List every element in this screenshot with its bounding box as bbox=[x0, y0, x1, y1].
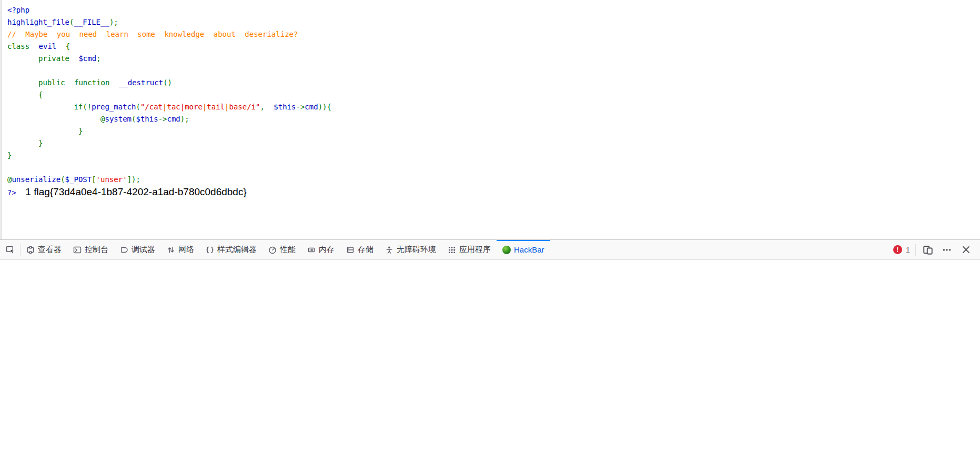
toolbar-divider bbox=[915, 244, 916, 256]
more-options-icon[interactable] bbox=[940, 243, 954, 257]
devtools-tab-内存[interactable]: 内存 bbox=[301, 240, 340, 259]
toolbar-spacer bbox=[550, 240, 893, 259]
close-icon[interactable] bbox=[959, 243, 973, 257]
code-segment: { bbox=[38, 90, 43, 99]
code-segment: () bbox=[163, 78, 172, 87]
devtools-tabs: 查看器控制台调试器网络样式编辑器性能内存存储无障碍环境应用程序HackBar bbox=[21, 240, 550, 259]
node-picker-icon[interactable] bbox=[0, 240, 20, 259]
hackbar-icon bbox=[502, 246, 511, 254]
code-segment: 1 flag{73d4a0e4-1b87-4202-a1ad-b780c0d6d… bbox=[25, 186, 247, 197]
code-segment: { bbox=[66, 42, 70, 51]
code-line: class evil { bbox=[7, 41, 331, 53]
code-segment: public function bbox=[38, 78, 119, 87]
code-segment: if(! bbox=[74, 103, 92, 111]
code-segment: } bbox=[78, 127, 83, 135]
code-segment: cmd bbox=[305, 103, 318, 111]
accessibility-icon bbox=[385, 246, 393, 254]
tab-label: 网络 bbox=[178, 245, 194, 255]
tab-label: 存储 bbox=[358, 245, 373, 255]
devtools-tab-网络[interactable]: 网络 bbox=[161, 240, 200, 259]
code-segment: <?php bbox=[7, 6, 29, 14]
code-segment: ]); bbox=[127, 175, 140, 184]
devtools-tab-样式编辑器[interactable]: 样式编辑器 bbox=[200, 240, 262, 259]
devtools-tab-性能[interactable]: 性能 bbox=[262, 240, 301, 259]
devtools-tab-HackBar[interactable]: HackBar bbox=[497, 240, 550, 259]
responsive-design-icon[interactable] bbox=[921, 243, 935, 257]
code-line: { bbox=[7, 89, 331, 101]
code-segment: __destruct bbox=[119, 78, 163, 87]
inspector-icon bbox=[26, 246, 35, 254]
code-segment: __FILE__ bbox=[74, 18, 109, 26]
code-segment: $cmd bbox=[78, 54, 96, 63]
memory-icon bbox=[307, 246, 316, 254]
debugger-icon bbox=[120, 246, 128, 254]
tab-label: 查看器 bbox=[38, 245, 62, 255]
console-icon bbox=[73, 246, 82, 254]
code-segment: )){ bbox=[318, 103, 331, 111]
tab-label: 控制台 bbox=[85, 245, 108, 255]
code-line: @system($this->cmd); bbox=[7, 113, 331, 125]
network-icon bbox=[167, 246, 175, 254]
code-line: private $cmd; bbox=[7, 53, 331, 65]
code-segment: -> bbox=[158, 115, 167, 123]
code-segment: ); bbox=[109, 18, 118, 26]
code-segment: system bbox=[105, 115, 132, 123]
code-segment: , bbox=[260, 103, 274, 111]
toolbar-right: ! 1 bbox=[893, 240, 980, 259]
code-segment: highlight_file bbox=[7, 18, 69, 26]
code-segment: $this bbox=[136, 115, 158, 123]
devtools-toolbar: 查看器控制台调试器网络样式编辑器性能内存存储无障碍环境应用程序HackBar !… bbox=[0, 240, 980, 260]
code-line: } bbox=[7, 149, 331, 162]
code-line bbox=[7, 162, 331, 174]
code-segment: unserialize bbox=[12, 175, 60, 184]
code-line: ?> 1 flag{73d4a0e4-1b87-4202-a1ad-b780c0… bbox=[7, 186, 331, 198]
code-segment: [ bbox=[92, 175, 96, 184]
devtools-tab-存储[interactable]: 存储 bbox=[340, 240, 379, 259]
devtools-panel: 查看器控制台调试器网络样式编辑器性能内存存储无障碍环境应用程序HackBar !… bbox=[0, 239, 980, 453]
code-segment: -> bbox=[296, 103, 305, 111]
storage-icon bbox=[346, 246, 355, 254]
style-editor-icon bbox=[206, 246, 214, 254]
page-content: <?phphighlight_file(__FILE__);// Maybe y… bbox=[0, 0, 980, 239]
devtools-tab-调试器[interactable]: 调试器 bbox=[114, 240, 161, 259]
code-line bbox=[7, 65, 331, 77]
error-icon[interactable]: ! bbox=[893, 245, 902, 254]
devtools-tab-应用程序[interactable]: 应用程序 bbox=[442, 240, 497, 259]
tab-label: 调试器 bbox=[132, 245, 155, 255]
code-segment: ( bbox=[60, 175, 65, 184]
code-segment: $_POST bbox=[65, 175, 92, 184]
devtools-tab-查看器[interactable]: 查看器 bbox=[21, 240, 67, 259]
tab-label: 性能 bbox=[280, 245, 296, 255]
tab-label: 无障碍环境 bbox=[397, 245, 436, 255]
devtools-tab-控制台[interactable]: 控制台 bbox=[67, 240, 114, 259]
error-count: 1 bbox=[906, 245, 910, 254]
tab-label: 应用程序 bbox=[459, 245, 491, 255]
code-line: if(!preg_match("/cat|tac|more|tail|base/… bbox=[7, 101, 331, 113]
code-segment: ; bbox=[96, 54, 100, 63]
code-line: // Maybe you need learn some knowledge a… bbox=[7, 28, 331, 41]
code-segment: ?> bbox=[7, 188, 25, 197]
code-line: } bbox=[7, 137, 331, 149]
code-segment: ); bbox=[180, 115, 189, 123]
tab-label: HackBar bbox=[514, 245, 544, 254]
window-edge bbox=[0, 0, 2, 239]
code-segment: ( bbox=[136, 103, 140, 111]
application-icon bbox=[448, 246, 456, 254]
code-line: <?php bbox=[7, 4, 331, 16]
code-line: highlight_file(__FILE__); bbox=[7, 16, 331, 28]
tab-label: 样式编辑器 bbox=[217, 245, 257, 255]
code-segment: cmd bbox=[167, 115, 180, 123]
code-segment: class bbox=[7, 42, 39, 51]
code-segment: // Maybe you need learn some knowledge a… bbox=[7, 30, 298, 38]
code-segment: preg_match bbox=[92, 103, 136, 111]
code-segment: } bbox=[7, 151, 12, 159]
code-segment: $this bbox=[274, 103, 296, 111]
code-line: @unserialize($_POST['unser']); bbox=[7, 174, 331, 186]
devtools-tab-无障碍环境[interactable]: 无障碍环境 bbox=[379, 240, 442, 259]
code-segment: evil bbox=[39, 42, 66, 51]
performance-icon bbox=[268, 246, 277, 254]
code-segment: private bbox=[38, 54, 78, 63]
code-line: } bbox=[7, 125, 331, 137]
tab-label: 内存 bbox=[319, 245, 335, 255]
php-source-code: <?phphighlight_file(__FILE__);// Maybe y… bbox=[7, 4, 331, 198]
